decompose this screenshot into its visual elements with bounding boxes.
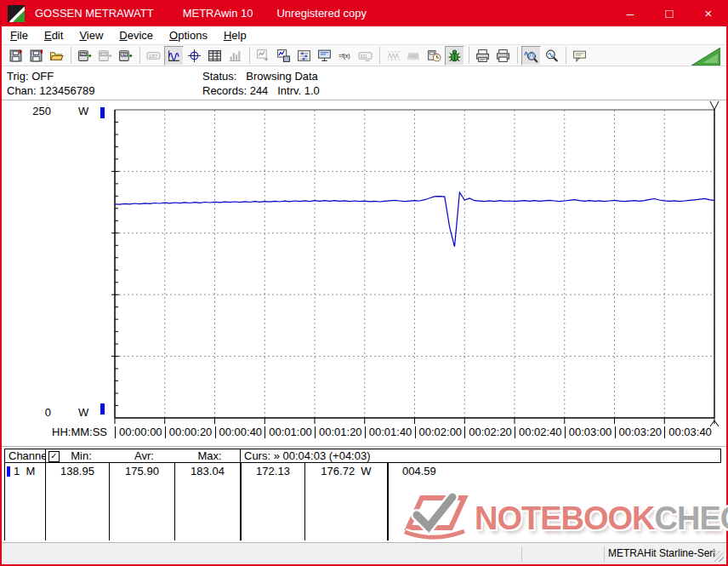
yt-chart-icon[interactable]: [164, 46, 184, 66]
annotation-icon[interactable]: [570, 46, 589, 66]
app-vendor-title: GOSSEN METRAWATT: [35, 7, 154, 20]
toolbar-separator: [71, 47, 71, 64]
chart-plot-area[interactable]: [108, 100, 725, 429]
y-axis-min-label: 0: [22, 406, 51, 419]
x-axis-label: 00:01:20: [315, 426, 362, 438]
max-value-cell: 183.04: [174, 463, 240, 540]
open-icon[interactable]: [47, 46, 66, 66]
x-axis-label: 00:00:40: [215, 426, 263, 438]
toolbar-separator: [566, 47, 566, 64]
channel-settings-icon[interactable]: [294, 46, 314, 66]
save-chart-icon[interactable]: [274, 46, 293, 66]
x-axis-label: 00:00:00: [115, 426, 162, 438]
minimize-button[interactable]: –: [611, 0, 650, 26]
toolbar-separator: [379, 47, 380, 64]
channel-color-marker: [7, 466, 10, 477]
avr-value-cell: 175.90: [109, 463, 174, 540]
header-max: Max:: [177, 449, 241, 463]
device-display-icon: 321: [355, 46, 375, 66]
svg-text:321: 321: [361, 54, 367, 58]
menu-item-file[interactable]: File: [3, 27, 35, 43]
zoom-curve-icon[interactable]: [521, 46, 541, 66]
toolbar-separator: [139, 47, 140, 64]
menu-bar: FileEditViewDeviceOptionsHelp: [2, 26, 726, 44]
menu-item-device[interactable]: Device: [112, 27, 160, 43]
zoom-lens-icon[interactable]: [542, 46, 561, 66]
records-info: Records: 244 Intrv. 1.0: [202, 84, 320, 97]
x-axis-caption: HH:MM:SS: [52, 426, 107, 438]
xy-chart-icon[interactable]: [185, 46, 204, 66]
metrawin-window: GOSSEN METRAWATT METRAwin 10 Unregistere…: [0, 0, 728, 566]
title-bar: GOSSEN METRAWATT METRAwin 10 Unregistere…: [0, 0, 728, 26]
watermark-text-primary: NOTEBOOK: [475, 493, 655, 544]
x-axis-label: 00:03:40: [664, 426, 712, 438]
x-axis-labels: 00:00:0000:00:2000:00:4000:01:0000:01:20…: [115, 426, 723, 440]
channel-list: Chan: 123456789: [7, 84, 94, 97]
channel-marker-top: [100, 107, 105, 118]
x-axis-label: 00:01:00: [264, 426, 312, 438]
header-stats-group: ✓ Min: Avr: Max:: [45, 449, 241, 463]
app-logo-icon: [8, 5, 25, 22]
formula-icon[interactable]: =f(x): [335, 46, 355, 66]
y-axis-unit-bottom: W: [78, 406, 88, 419]
minmax-curve-icon: [384, 46, 403, 66]
x-axis-label: 00:02:20: [464, 426, 512, 438]
save-as-icon[interactable]: [26, 46, 46, 66]
numeric-display-icon: 1257: [144, 46, 163, 66]
toolbar-buttons: 123123M1257=f(x)321: [6, 46, 590, 66]
menu-item-view[interactable]: View: [72, 27, 110, 43]
toolbar-separator: [469, 47, 469, 64]
toolbar: 123123M1257=f(x)321: [2, 44, 726, 66]
y-axis-unit-top: W: [78, 105, 88, 117]
device-m-icon[interactable]: M: [116, 46, 135, 66]
window-controls: – □ ×: [611, 0, 728, 26]
interval-clock-icon[interactable]: [424, 46, 444, 66]
statusbar-divider: [604, 546, 605, 562]
y-axis-max-label: 250: [22, 105, 51, 117]
print-preview-icon[interactable]: [473, 46, 492, 66]
save-icon[interactable]: [6, 46, 26, 66]
header-channel: Channel:: [4, 449, 46, 463]
header-min: Min:: [49, 449, 113, 463]
time-cursor: [710, 101, 719, 426]
menu-item-options[interactable]: Options: [162, 27, 214, 43]
cursor-b-value-cell: 176.72 W: [304, 463, 387, 540]
maximize-button[interactable]: □: [650, 0, 689, 26]
debug-bug-icon[interactable]: [445, 46, 464, 66]
x-axis-label: 00:00:20: [165, 426, 213, 438]
header-cursor: Curs: » 00:04:03 (+04:03): [240, 449, 721, 463]
channel-cell[interactable]: 1 M: [4, 463, 45, 540]
svg-text:1257: 1257: [149, 54, 158, 58]
window-border-left: [0, 26, 2, 564]
read-device-icon[interactable]: 123: [75, 46, 94, 66]
license-status: Unregistered copy: [276, 7, 367, 20]
svg-text:M: M: [122, 52, 126, 56]
toolbar-separator: [249, 47, 250, 64]
x-axis-label: 00:02:00: [415, 426, 463, 438]
min-value-cell: 138.95: [45, 463, 109, 540]
header-avr: Avr:: [111, 449, 177, 463]
print-icon[interactable]: [493, 46, 513, 66]
cursor-a-value-cell: 172.13: [240, 463, 304, 540]
resize-grip[interactable]: [713, 551, 724, 562]
table-view-icon[interactable]: [205, 46, 225, 66]
watermark-text-secondary: CHECK: [655, 493, 728, 544]
statusbar-divider: [521, 546, 522, 562]
menu-item-help[interactable]: Help: [217, 27, 253, 43]
histogram-icon: [225, 46, 245, 66]
read-device-memory-icon: 123: [95, 46, 115, 66]
chart-panel: 250 W 0 W HH:MM:SS 00:00:0000:00:2000:00…: [2, 100, 726, 447]
app-name-title: METRAwin 10: [183, 7, 253, 20]
display-settings-icon[interactable]: [315, 46, 334, 66]
resize-corner-triangle-icon: [690, 48, 720, 66]
svg-text:123: 123: [100, 53, 105, 56]
browse-status: Status: Browsing Data: [202, 70, 318, 83]
envelope-curve-icon: [404, 46, 424, 66]
export-chart-icon: [253, 46, 273, 66]
svg-text:123: 123: [80, 53, 85, 56]
notebookcheck-watermark: NOTEBOOKCHECK: [396, 491, 728, 546]
notebookcheck-laptop-icon: [396, 492, 475, 545]
close-button[interactable]: ×: [689, 0, 728, 26]
menu-item-edit[interactable]: Edit: [37, 27, 70, 43]
x-axis-label: 00:02:40: [515, 426, 562, 438]
